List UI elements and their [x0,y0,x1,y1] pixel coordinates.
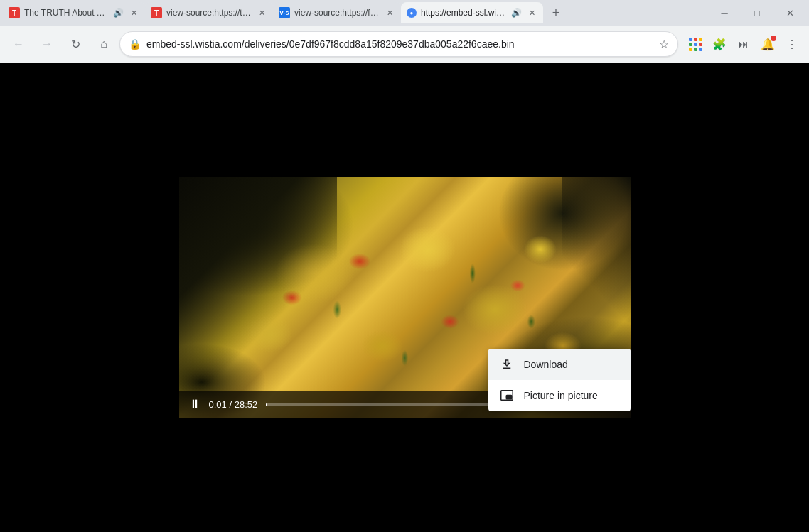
duration: 28:52 [235,399,258,410]
back-button[interactable]: ← [6,31,31,57]
tab-3[interactable]: v-s view-source:https://fast.wistia… ✕ [273,2,401,23]
maximize-button[interactable]: □ [741,0,773,26]
forward-button[interactable]: → [34,31,60,57]
lock-icon: 🔒 [129,38,141,50]
tab-4[interactable]: ● https://embed-ssl.wistia.c… 🔊 ✕ [401,2,543,23]
address-field[interactable]: 🔒 embed-ssl.wistia.com/deliveries/0e7df9… [119,31,678,57]
tab-1[interactable]: T The TRUTH About The Ke… 🔊 ✕ [3,2,145,23]
time-separator: / [229,399,234,410]
reload-button[interactable]: ↻ [63,31,88,57]
tab-3-label: view-source:https://fast.wistia… [294,8,380,18]
pip-menu-item[interactable]: Picture in picture [488,380,631,411]
menu-button[interactable]: ⋮ [781,33,803,55]
tab-3-favicon: v-s [279,7,290,18]
download-menu-item[interactable]: Download [488,349,631,380]
window-controls: ─ □ ✕ [708,0,806,26]
tab-4-favicon: ● [407,8,417,18]
new-tab-button[interactable]: + [546,3,566,23]
download-icon [500,357,514,371]
context-menu: Download Picture in picture [488,349,631,411]
toolbar-icons: 🧩 ⏭ 🔔 ⋮ [684,33,803,55]
close-window-button[interactable]: ✕ [773,0,806,26]
pip-icon [500,389,514,403]
apps-button[interactable] [684,33,707,55]
page-content: ⏸ 0:01 / 28:52 Download [0,63,809,532]
tab-4-speaker-icon: 🔊 [511,8,522,18]
tab-1-label: The TRUTH About The Ke… [24,8,109,18]
chrome-frame: T The TRUTH About The Ke… 🔊 ✕ T view-sou… [0,0,809,63]
home-button[interactable]: ⌂ [91,31,117,57]
svg-rect-1 [506,396,512,399]
notification-button[interactable]: 🔔 [756,33,779,55]
pip-label: Picture in picture [524,390,598,401]
tab-4-close-button[interactable]: ✕ [526,7,537,18]
title-bar: T The TRUTH About The Ke… 🔊 ✕ T view-sou… [0,0,809,26]
pause-button[interactable]: ⏸ [186,396,203,413]
apps-grid-icon [689,38,702,51]
extensions-button[interactable]: 🧩 [708,33,731,55]
tab-1-close-button[interactable]: ✕ [128,7,139,18]
tab-2-favicon: T [151,7,162,18]
current-time: 0:01 [209,399,227,410]
bookmark-icon[interactable]: ☆ [659,38,669,51]
tab-2-label: view-source:https://truth-abou… [166,8,252,18]
tab-4-label: https://embed-ssl.wistia.c… [421,8,507,18]
tab-3-close-button[interactable]: ✕ [384,7,395,18]
address-bar-row: ← → ↻ ⌂ 🔒 embed-ssl.wistia.com/deliverie… [0,26,809,63]
video-container: ⏸ 0:01 / 28:52 Download [179,177,631,418]
download-label: Download [524,359,568,370]
tab-2-close-button[interactable]: ✕ [256,7,267,18]
tab-2[interactable]: T view-source:https://truth-abou… ✕ [145,2,273,23]
tab-1-speaker-icon: 🔊 [113,8,124,18]
time-display: 0:01 / 28:52 [209,399,258,410]
url-text: embed-ssl.wistia.com/deliveries/0e7df967… [146,38,653,50]
minimize-button[interactable]: ─ [708,0,741,26]
media-button[interactable]: ⏭ [732,33,755,55]
tab-1-favicon: T [9,7,20,18]
